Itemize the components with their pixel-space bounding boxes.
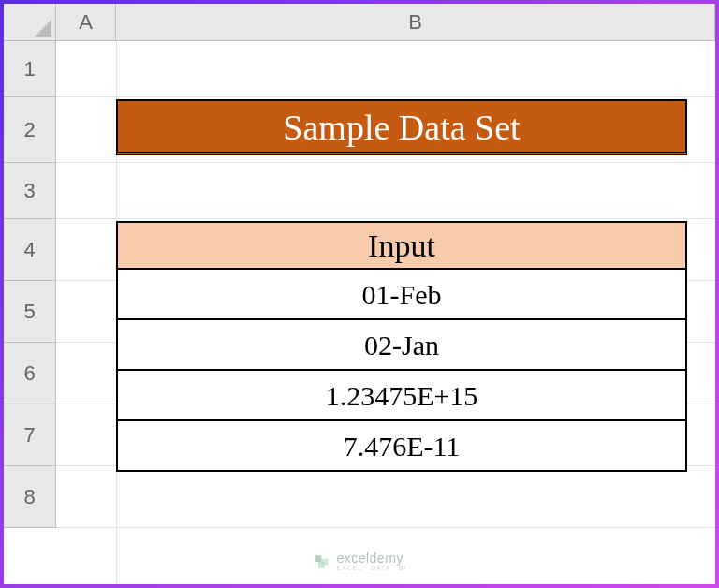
select-all-corner[interactable] bbox=[4, 4, 56, 41]
exceldemy-logo-icon bbox=[312, 552, 330, 571]
table-row[interactable]: 1.23475E+15 bbox=[116, 371, 687, 421]
select-all-triangle-icon bbox=[35, 20, 51, 37]
watermark-text: exceldemy bbox=[336, 551, 406, 565]
table-row[interactable]: 01-Feb bbox=[116, 270, 687, 320]
column-header-a[interactable]: A bbox=[56, 4, 116, 40]
row-header-6[interactable]: 6 bbox=[4, 343, 55, 404]
row-headers: 12345678 bbox=[4, 41, 56, 528]
spreadsheet-area: A B 12345678 Sample Data Set Input 01-Fe… bbox=[4, 4, 715, 584]
row-header-2[interactable]: 2 bbox=[4, 97, 55, 163]
row-header-5[interactable]: 5 bbox=[4, 281, 55, 343]
row-header-3[interactable]: 3 bbox=[4, 163, 55, 219]
table-row[interactable]: 7.476E-11 bbox=[116, 421, 687, 472]
watermark-subtext: EXCEL · DATA · BI bbox=[336, 565, 406, 571]
column-headers: A B bbox=[56, 4, 715, 41]
row-header-8[interactable]: 8 bbox=[4, 466, 55, 528]
cell-grid[interactable]: Sample Data Set Input 01-Feb 02-Jan 1.23… bbox=[56, 41, 715, 584]
column-header-b[interactable]: B bbox=[116, 4, 715, 40]
row-header-1[interactable]: 1 bbox=[4, 41, 55, 97]
row-header-7[interactable]: 7 bbox=[4, 404, 55, 466]
watermark: exceldemy EXCEL · DATA · BI bbox=[312, 551, 406, 571]
row-header-4[interactable]: 4 bbox=[4, 219, 55, 281]
table-row[interactable]: 02-Jan bbox=[116, 320, 687, 371]
title-cell[interactable]: Sample Data Set bbox=[116, 99, 687, 155]
table-header-input[interactable]: Input bbox=[116, 221, 687, 270]
